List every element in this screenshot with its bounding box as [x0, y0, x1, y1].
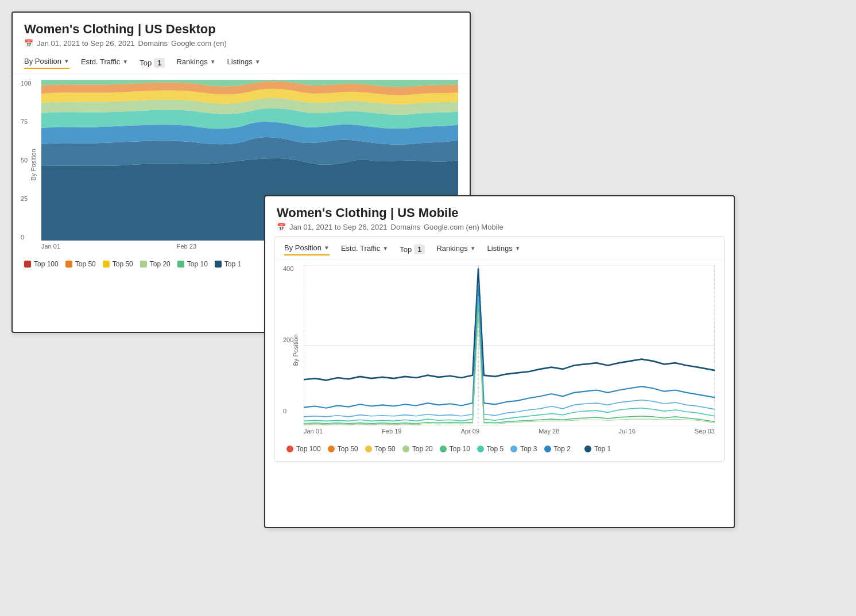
mobile-legend: Top 100 Top 50 Top 50 Top 20 Top 10 Top …	[275, 440, 724, 458]
desktop-subtitle: 📅 Jan 01, 2021 to Sep 26, 2021 Domains G…	[24, 39, 458, 48]
legend-color	[177, 261, 184, 268]
legend-mobile-top5: Top 5	[477, 445, 503, 453]
mobile-listings-tab[interactable]: Listings ▼	[487, 244, 521, 255]
legend-color	[215, 261, 222, 268]
chevron-down-icon: ▼	[515, 245, 521, 251]
desktop-y-labels: 100 75 50 25 0	[21, 80, 31, 241]
legend-mobile-top10: Top 10	[440, 445, 470, 453]
desktop-by-position-tab[interactable]: By Position ▼	[24, 57, 69, 69]
chevron-down-icon: ▼	[324, 245, 330, 251]
mobile-top-badge: Top 1	[400, 245, 425, 254]
desktop-listings-tab[interactable]: Listings ▼	[227, 57, 261, 68]
mobile-y-labels: 400 200 0	[283, 265, 293, 414]
legend-top50a: Top 50	[65, 260, 96, 268]
desktop-top-badge: Top 1	[140, 58, 165, 68]
mobile-rankings-tab[interactable]: Rankings ▼	[436, 244, 475, 255]
legend-color	[440, 445, 447, 452]
mobile-date: Jan 01, 2021 to Sep 26, 2021	[289, 223, 388, 231]
legend-color	[65, 261, 72, 268]
legend-color	[286, 445, 293, 452]
legend-color	[328, 445, 335, 452]
chevron-down-icon: ▼	[382, 245, 388, 251]
chevron-down-icon: ▼	[210, 59, 216, 65]
legend-top1-desktop: Top 1	[215, 260, 241, 268]
legend-color	[24, 261, 31, 268]
legend-mobile-top50b: Top 50	[365, 445, 396, 453]
desktop-title: Women's Clothing | US Desktop	[24, 22, 458, 37]
legend-mobile-top1: Top 1	[584, 445, 611, 453]
legend-mobile-top100: Top 100	[286, 445, 321, 453]
legend-mobile-top3: Top 3	[510, 445, 537, 453]
mobile-subtitle: 📅 Jan 01, 2021 to Sep 26, 2021 Domains G…	[277, 223, 722, 231]
chevron-down-icon: ▼	[122, 59, 128, 65]
legend-top10: Top 10	[177, 260, 208, 268]
legend-top50b: Top 50	[103, 260, 133, 268]
mobile-x-labels: Jan 01 Feb 19 Apr 09 May 28 Jul 16 Sep 0…	[304, 426, 715, 435]
desktop-toolbar: By Position ▼ Estd. Traffic ▼ Top 1 Rank…	[13, 52, 470, 74]
desktop-rankings-tab[interactable]: Rankings ▼	[176, 57, 215, 68]
chevron-down-icon: ▼	[470, 245, 476, 251]
legend-mobile-top50a: Top 50	[328, 445, 358, 453]
legend-color	[103, 261, 110, 268]
mobile-estd-traffic-tab[interactable]: Estd. Traffic ▼	[341, 244, 388, 255]
legend-color	[584, 445, 591, 452]
legend-mobile-top2: Top 2	[544, 445, 571, 453]
mobile-card: Women's Clothing | US Mobile 📅 Jan 01, 2…	[264, 195, 735, 528]
desktop-type: Domains	[138, 39, 168, 48]
legend-top100: Top 100	[24, 260, 59, 268]
legend-color	[365, 445, 372, 452]
calendar-icon: 📅	[24, 39, 33, 48]
legend-color	[402, 445, 409, 452]
mobile-line-chart	[304, 265, 715, 426]
mobile-toolbar: By Position ▼ Estd. Traffic ▼ Top 1 Rank…	[275, 240, 724, 259]
calendar-icon-mobile: 📅	[277, 223, 286, 231]
mobile-header: Women's Clothing | US Mobile 📅 Jan 01, 2…	[265, 196, 734, 236]
legend-color	[140, 261, 147, 268]
desktop-source: Google.com (en)	[171, 39, 227, 48]
legend-top20: Top 20	[140, 260, 171, 268]
mobile-source: Google.com (en) Mobile	[424, 223, 503, 231]
chevron-down-icon: ▼	[255, 59, 261, 65]
legend-mobile-top20: Top 20	[402, 445, 433, 453]
mobile-title: Women's Clothing | US Mobile	[277, 206, 722, 220]
chevron-down-icon: ▼	[64, 58, 69, 64]
mobile-type: Domains	[391, 223, 420, 231]
legend-color	[510, 445, 517, 452]
desktop-estd-traffic-tab[interactable]: Estd. Traffic ▼	[81, 57, 128, 68]
legend-color	[544, 445, 551, 452]
desktop-header: Women's Clothing | US Desktop 📅 Jan 01, …	[13, 13, 470, 52]
mobile-chart-container: By Position 400 200 0	[275, 259, 724, 440]
desktop-date: Jan 01, 2021 to Sep 26, 2021	[37, 39, 135, 48]
legend-color	[477, 445, 484, 452]
mobile-by-position-tab[interactable]: By Position ▼	[284, 243, 330, 255]
mobile-chart-card: By Position ▼ Estd. Traffic ▼ Top 1 Rank…	[274, 236, 725, 462]
